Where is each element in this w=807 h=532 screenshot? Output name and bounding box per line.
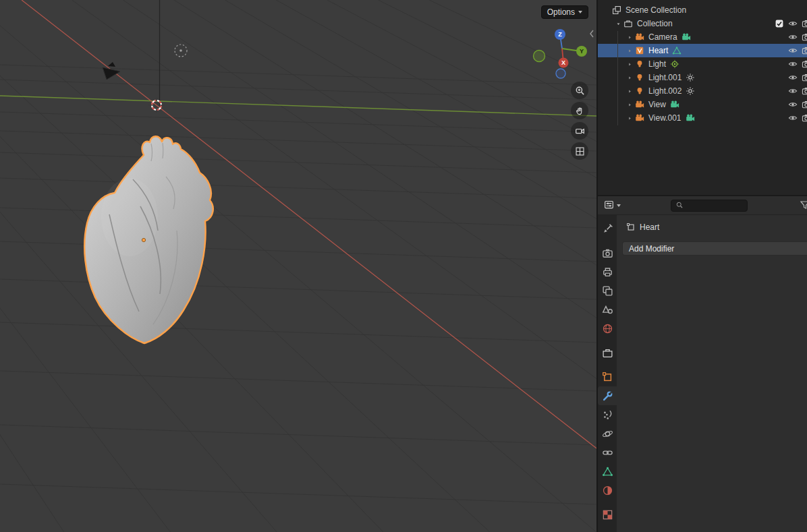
properties-editor-icon xyxy=(604,200,614,212)
outliner-item-label: Light xyxy=(648,59,666,69)
disable-in-renders-camera-toggle[interactable] xyxy=(801,45,807,56)
camera-view-button[interactable] xyxy=(571,122,588,140)
gizmo-z-negative-handle[interactable] xyxy=(556,69,565,78)
disclosure-open-icon[interactable] xyxy=(613,19,623,28)
orthographic-toggle-button[interactable] xyxy=(571,142,588,160)
hide-in-viewport-eye-toggle[interactable] xyxy=(787,18,798,29)
pan-hand-button[interactable] xyxy=(571,102,588,119)
hide-in-viewport-eye-toggle[interactable] xyxy=(787,99,798,110)
y-axis-line xyxy=(0,96,596,116)
properties-tab-particles[interactable] xyxy=(598,405,617,424)
disable-in-renders-camera-toggle[interactable] xyxy=(801,99,807,110)
properties-tab-modifiers[interactable] xyxy=(598,386,617,405)
properties-tab-texture[interactable] xyxy=(598,505,617,524)
properties-tab-collection[interactable] xyxy=(598,343,617,362)
mesh-object-icon xyxy=(634,45,645,56)
disable-in-renders-camera-toggle[interactable] xyxy=(801,72,807,83)
disclosure-closed-icon[interactable] xyxy=(625,32,634,42)
heart-model[interactable] xyxy=(84,136,213,343)
gizmo-y-negative-handle[interactable] xyxy=(534,51,545,62)
disable-in-renders-camera-toggle[interactable] xyxy=(801,59,807,69)
properties-tab-output[interactable] xyxy=(598,262,617,281)
outliner-row-view-001[interactable]: View.001 xyxy=(598,111,807,125)
chevron-down-icon xyxy=(578,11,582,13)
light-object-icon xyxy=(634,86,645,96)
disclosure-closed-icon[interactable] xyxy=(625,59,634,69)
outliner-row-light[interactable]: Light xyxy=(598,57,807,71)
disclosure-closed-icon[interactable] xyxy=(625,46,634,55)
camera-data-icon xyxy=(669,99,680,110)
disclosure-closed-icon[interactable] xyxy=(625,100,634,109)
properties-tab-physics[interactable] xyxy=(598,424,617,443)
row-visibility-toggles xyxy=(787,57,807,71)
search-input[interactable] xyxy=(686,202,740,210)
navigation-gizmo[interactable]: Z Y X xyxy=(526,26,596,82)
properties-search-field[interactable] xyxy=(671,200,748,212)
gizmo-z-handle[interactable]: Z xyxy=(555,29,565,40)
properties-tab-scene[interactable] xyxy=(598,300,617,319)
outliner-tree: Scene CollectionCollectionCameraHeartLig… xyxy=(598,3,807,125)
outliner-row-heart[interactable]: Heart xyxy=(598,44,807,57)
outliner-item-label: Scene Collection xyxy=(625,5,686,15)
properties-tab-tool[interactable] xyxy=(598,219,617,238)
properties-tab-view-layer[interactable] xyxy=(598,281,617,300)
hide-in-viewport-eye-toggle[interactable] xyxy=(787,45,798,56)
outliner-item-label: Camera xyxy=(648,32,677,42)
outliner-row-camera[interactable]: Camera xyxy=(598,30,807,44)
gizmo-x-handle[interactable]: X xyxy=(559,58,569,68)
hide-in-viewport-eye-toggle[interactable] xyxy=(787,32,798,42)
hide-in-viewport-eye-toggle[interactable] xyxy=(787,86,798,96)
gizmo-y-handle[interactable]: Y xyxy=(576,46,587,57)
properties-tab-object-data[interactable] xyxy=(598,462,617,481)
options-button[interactable]: Options xyxy=(541,5,588,19)
add-modifier-button[interactable]: Add Modifier xyxy=(622,241,807,256)
3d-viewport[interactable]: Options Z Y X xyxy=(0,0,596,532)
row-visibility-toggles xyxy=(787,71,807,84)
chevron-down-icon xyxy=(617,204,621,207)
disclosure-closed-icon[interactable] xyxy=(625,73,634,82)
hide-in-viewport-eye-toggle[interactable] xyxy=(787,72,798,83)
zoom-button[interactable] xyxy=(571,82,588,99)
outliner-item-label: View.001 xyxy=(648,113,681,123)
add-modifier-label: Add Modifier xyxy=(629,244,674,254)
selectable-checkbox[interactable] xyxy=(774,18,785,29)
hide-in-viewport-eye-toggle[interactable] xyxy=(787,113,798,123)
breadcrumb-object-name[interactable]: Heart xyxy=(640,223,659,232)
blender-window: Options Z Y X xyxy=(0,0,807,532)
properties-tab-material[interactable] xyxy=(598,481,617,500)
light-object[interactable] xyxy=(175,45,187,57)
row-visibility-toggles xyxy=(787,98,807,111)
row-visibility-toggles xyxy=(787,111,807,125)
camera-object-icon xyxy=(634,99,645,110)
disclosure-closed-icon[interactable] xyxy=(625,113,634,123)
outliner-row-collection[interactable]: Collection xyxy=(598,17,807,30)
search-icon xyxy=(675,200,684,212)
properties-tab-object[interactable] xyxy=(598,367,617,386)
gizmo-z-label: Z xyxy=(558,31,562,38)
outliner-row-view[interactable]: View xyxy=(598,98,807,111)
editor-type-selector[interactable] xyxy=(602,199,623,212)
outliner-row-light-002[interactable]: Light.002 xyxy=(598,84,807,98)
hide-in-viewport-eye-toggle[interactable] xyxy=(787,59,798,69)
properties-header xyxy=(598,196,807,215)
disable-in-renders-camera-toggle[interactable] xyxy=(801,86,807,96)
disclosure-closed-icon[interactable] xyxy=(625,86,634,96)
filter-icon[interactable] xyxy=(800,200,807,212)
viewport-controls xyxy=(571,82,588,160)
breadcrumb: Heart xyxy=(617,215,807,234)
disable-in-renders-camera-toggle[interactable] xyxy=(801,113,807,123)
properties-tab-render[interactable] xyxy=(598,243,617,262)
camera-object-icon xyxy=(634,113,645,123)
object-icon xyxy=(626,223,636,232)
disable-in-renders-camera-toggle[interactable] xyxy=(801,18,807,29)
outliner-row-scene-collection[interactable]: Scene Collection xyxy=(598,3,807,17)
right-panel: Scene CollectionCollectionCameraHeartLig… xyxy=(596,0,807,532)
object-origin-dot xyxy=(142,238,145,241)
properties-tab-constraints[interactable] xyxy=(598,443,617,462)
light-object-icon xyxy=(634,72,645,83)
properties-tab-world[interactable] xyxy=(598,319,617,338)
disable-in-renders-camera-toggle[interactable] xyxy=(801,32,807,42)
outliner-row-light-001[interactable]: Light.001 xyxy=(598,71,807,84)
outliner-item-label: Collection xyxy=(637,19,673,28)
properties-content: Heart Add Modifier xyxy=(617,215,807,532)
